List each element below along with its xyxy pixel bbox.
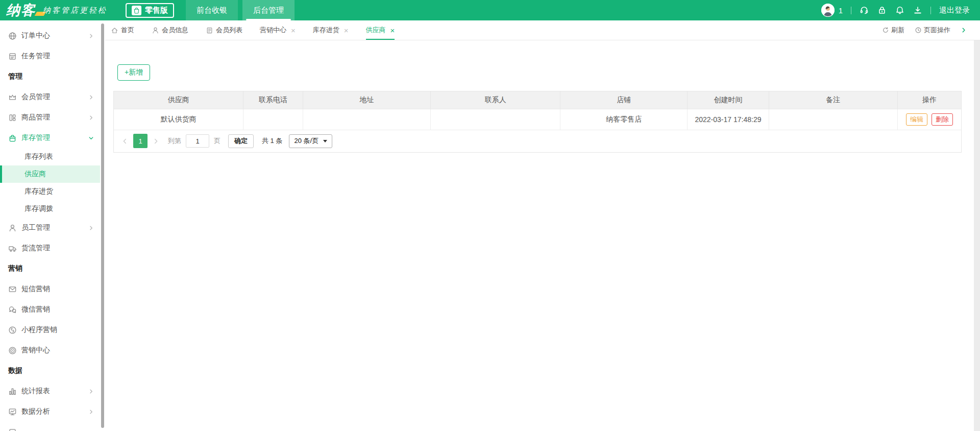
prev-page-button[interactable] — [121, 138, 128, 145]
close-icon[interactable]: × — [291, 27, 296, 34]
tab-1[interactable]: 会员信息 — [152, 20, 188, 40]
confirm-page-button[interactable]: 确定 — [228, 134, 254, 148]
edition-button[interactable]: 零售版 — [126, 3, 174, 18]
header-divider — [930, 7, 931, 14]
edit-button[interactable]: 编辑 — [906, 113, 927, 126]
member-icon — [152, 27, 159, 34]
sidebar-subitem-6[interactable]: 库存列表 — [0, 148, 100, 165]
page-size-select[interactable]: 20 条/页 — [289, 134, 332, 148]
inventory-icon — [8, 134, 17, 142]
tab-4[interactable]: 库存进货× — [313, 20, 349, 40]
tab-actions-expand-chevron[interactable] — [961, 27, 967, 33]
sidebar-item-1[interactable]: 任务管理 — [0, 46, 100, 66]
sidebar-item-label: 会员管理 — [21, 92, 50, 102]
supplier-table: 供应商联系电话地址联系人店铺创建时间备注操作 默认供货商纳客零售店2022-03… — [114, 91, 961, 130]
sidebar-subitem-label: 库存进货 — [24, 187, 53, 196]
sidebar-item-3[interactable]: 会员管理 — [0, 87, 100, 107]
table-row: 默认供货商纳客零售店2022-03-17 17:48:29编辑删除 — [114, 109, 961, 130]
target-icon — [8, 346, 17, 355]
sidebar-item-0[interactable]: 订单中心 — [0, 26, 100, 46]
nav-frontdesk-cashier[interactable]: 前台收银 — [186, 0, 238, 20]
cell-5: 2022-03-17 17:48:29 — [688, 109, 769, 130]
cell-2 — [303, 109, 431, 130]
user-badge-count: 1 — [839, 6, 843, 15]
sidebar-section-12: 营销 — [0, 258, 100, 279]
tab-label: 营销中心 — [260, 26, 286, 35]
current-page-button[interactable]: 1 — [133, 134, 148, 148]
pagination: 1 到第 页 确定 共 1 条 20 条/页 — [114, 130, 961, 152]
sidebar-item-4[interactable]: 商品管理 — [0, 107, 100, 128]
user-avatar[interactable] — [821, 4, 835, 17]
chevron-right-icon — [88, 409, 94, 415]
tab-label: 库存进货 — [313, 26, 339, 35]
chevron-right-icon — [88, 115, 94, 121]
lock-icon[interactable] — [877, 6, 887, 15]
sidebar-item-13[interactable]: 短信营销 — [0, 279, 100, 299]
app-logo[interactable]: 纳客 — [6, 4, 36, 17]
main-area: 首页会员信息会员列表营销中心×库存进货×供应商× 刷新 页面操作 +新增 — [105, 20, 980, 431]
sidebar-scrollbar[interactable] — [100, 20, 105, 431]
sidebar-item-14[interactable]: 微信营销 — [0, 299, 100, 320]
logout-button[interactable]: 退出登录 — [939, 6, 970, 15]
column-header-5: 创建时间 — [688, 91, 769, 109]
column-header-0: 供应商 — [114, 91, 243, 109]
sidebar-subitem-9[interactable]: 库存调拨 — [0, 200, 100, 218]
sidebar-item-label: 员工管理 — [21, 223, 50, 232]
chevron-right-icon — [88, 389, 94, 394]
page-actions-label: 页面操作 — [924, 26, 950, 35]
tasks-icon — [8, 52, 17, 61]
table-header-row: 供应商联系电话地址联系人店铺创建时间备注操作 — [114, 91, 961, 109]
logo-text: 纳客 — [6, 4, 36, 17]
list-icon — [206, 27, 213, 34]
column-header-2: 地址 — [303, 91, 431, 109]
header-nav: 前台收银 后台管理 — [181, 0, 295, 20]
sidebar-subitem-label: 库存调拨 — [24, 204, 53, 213]
sidebar-item-5[interactable]: 库存管理 — [0, 128, 100, 148]
tab-label: 会员列表 — [216, 26, 242, 35]
sidebar-item-15[interactable]: 小程序营销 — [0, 320, 100, 340]
goto-page-input[interactable] — [186, 134, 209, 148]
close-icon[interactable]: × — [344, 27, 349, 34]
logo-slogan: 纳客管店更轻松 — [43, 6, 107, 15]
sidebar-item-11[interactable]: 货流管理 — [0, 238, 100, 258]
cell-0: 默认供货商 — [114, 109, 243, 130]
next-page-button[interactable] — [153, 138, 159, 145]
column-header-7: 操作 — [897, 91, 961, 109]
column-header-3: 联系人 — [431, 91, 560, 109]
download-icon[interactable] — [913, 6, 922, 15]
sidebar-section-label: 营销 — [8, 264, 22, 273]
person-icon — [8, 224, 17, 232]
sidebar-item-label: 小程序营销 — [21, 325, 57, 334]
bell-icon[interactable] — [895, 6, 904, 15]
sidebar-subitem-8[interactable]: 库存进货 — [0, 183, 100, 200]
page-scrollbar[interactable] — [974, 40, 980, 431]
nav-backend-management[interactable]: 后台管理 — [242, 0, 295, 20]
refresh-button[interactable]: 刷新 — [882, 26, 904, 35]
header-toolbar — [860, 6, 922, 15]
sidebar-item-18[interactable]: 统计报表 — [0, 381, 100, 401]
sidebar-item-10[interactable]: 员工管理 — [0, 218, 100, 238]
tab-5[interactable]: 供应商× — [366, 20, 395, 40]
sidebar-item-label: 数据分析 — [21, 407, 50, 416]
tab-2[interactable]: 会员列表 — [206, 20, 242, 40]
add-supplier-button[interactable]: +新增 — [117, 64, 150, 81]
chevron-right-icon — [88, 33, 94, 39]
chevron-down-icon — [88, 135, 94, 141]
header-right: 1 退出登录 — [821, 4, 980, 17]
service-icon[interactable] — [860, 6, 869, 15]
analytics-icon — [8, 408, 17, 416]
tab-3[interactable]: 营销中心× — [260, 20, 296, 40]
close-icon[interactable]: × — [390, 27, 395, 34]
page-actions-button[interactable]: 页面操作 — [915, 26, 950, 35]
tab-label: 会员信息 — [162, 26, 188, 35]
sidebar: 订单中心任务管理管理会员管理商品管理库存管理库存列表供应商库存进货库存调拨员工管… — [0, 20, 100, 431]
sidebar-subitem-7[interactable]: 供应商 — [0, 165, 100, 183]
supplier-page: +新增 供应商联系电话地址联系人店铺创建时间备注操作 默认供货商纳客零售店202… — [105, 40, 980, 431]
tab-bar: 首页会员信息会员列表营销中心×库存进货×供应商× 刷新 页面操作 — [105, 20, 980, 40]
sidebar-item-label: 订单中心 — [21, 31, 50, 40]
tab-0[interactable]: 首页 — [111, 20, 134, 40]
sidebar-item-20[interactable] — [0, 422, 100, 431]
delete-button[interactable]: 删除 — [932, 113, 953, 126]
sidebar-item-16[interactable]: 营销中心 — [0, 340, 100, 361]
sidebar-item-19[interactable]: 数据分析 — [0, 401, 100, 422]
